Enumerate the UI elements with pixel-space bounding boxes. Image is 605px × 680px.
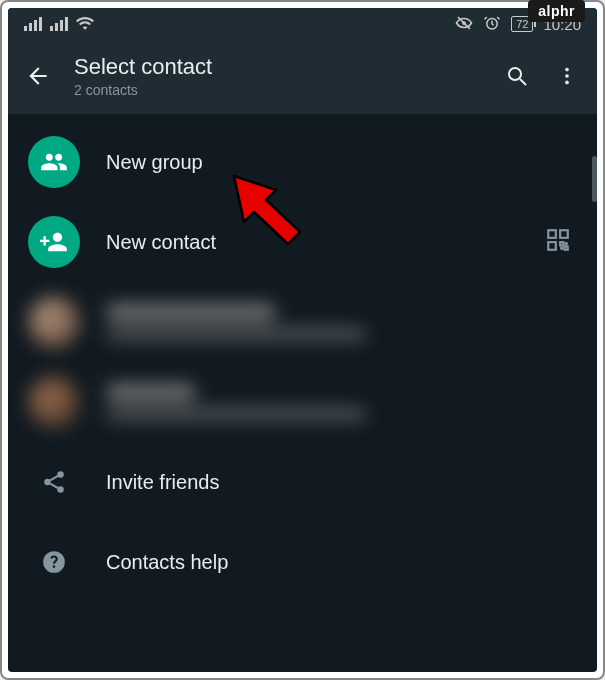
new-group-label: New group xyxy=(106,151,577,174)
invite-friends-label: Invite friends xyxy=(106,471,577,494)
new-contact-item[interactable]: New contact xyxy=(8,202,597,282)
svg-rect-12 xyxy=(565,247,568,250)
svg-rect-8 xyxy=(548,230,556,238)
app-bar: Select contact 2 contacts xyxy=(8,40,597,114)
help-icon xyxy=(28,536,80,588)
svg-line-19 xyxy=(50,484,58,488)
avatar xyxy=(28,376,80,428)
svg-point-6 xyxy=(565,74,569,78)
status-bar: 72 10:20 xyxy=(8,8,597,40)
contact-list: New group New contact xyxy=(8,114,597,602)
svg-line-18 xyxy=(50,476,58,480)
svg-rect-11 xyxy=(560,242,563,245)
alphr-badge: alphr xyxy=(528,0,585,22)
back-button[interactable] xyxy=(24,62,52,90)
alarm-icon xyxy=(483,14,501,35)
search-button[interactable] xyxy=(503,62,531,90)
svg-rect-13 xyxy=(565,242,568,245)
svg-point-7 xyxy=(565,81,569,85)
phone-screen: 72 10:20 Select contact 2 contacts xyxy=(8,8,597,672)
svg-point-5 xyxy=(565,68,569,72)
contact-row-blurred[interactable] xyxy=(8,362,597,442)
svg-point-15 xyxy=(57,471,64,478)
page-subtitle: 2 contacts xyxy=(74,82,481,98)
svg-rect-10 xyxy=(548,242,556,250)
share-icon xyxy=(28,456,80,508)
svg-rect-14 xyxy=(560,247,563,250)
qr-code-button[interactable] xyxy=(545,227,577,257)
svg-point-16 xyxy=(44,479,51,486)
signal-icon xyxy=(24,17,42,31)
svg-point-3 xyxy=(509,68,521,80)
new-group-item[interactable]: New group xyxy=(8,122,597,202)
page-title: Select contact xyxy=(74,54,481,80)
contacts-help-label: Contacts help xyxy=(106,551,577,574)
svg-line-4 xyxy=(520,79,526,85)
group-icon xyxy=(28,136,80,188)
signal-icon xyxy=(50,17,68,31)
contact-row-blurred[interactable] xyxy=(8,282,597,362)
wifi-icon xyxy=(76,16,94,33)
avatar xyxy=(28,296,80,348)
eye-off-icon xyxy=(455,14,473,35)
new-contact-label: New contact xyxy=(106,231,519,254)
contacts-help-item[interactable]: Contacts help xyxy=(8,522,597,602)
invite-friends-item[interactable]: Invite friends xyxy=(8,442,597,522)
svg-point-17 xyxy=(57,486,64,493)
more-menu-button[interactable] xyxy=(553,62,581,90)
add-contact-icon xyxy=(28,216,80,268)
svg-rect-9 xyxy=(560,230,568,238)
